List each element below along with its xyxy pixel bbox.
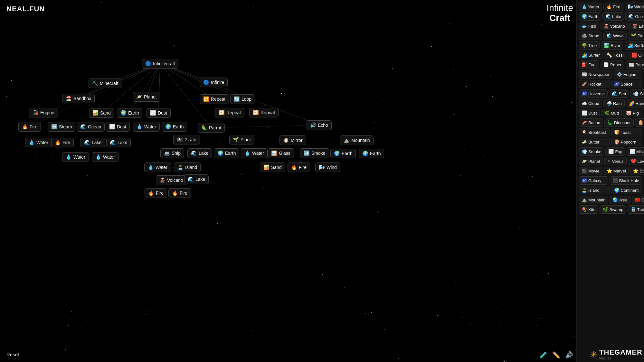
sidebar-item-love[interactable]: ❤️Love — [628, 157, 644, 165]
node-earth2[interactable]: 🌍Earth — [162, 122, 187, 132]
sidebar-item-surfboard[interactable]: 🏄Surfboard — [625, 41, 644, 50]
sidebar-item-black-hole[interactable]: ⬛Black Hole — [610, 176, 642, 185]
sidebar-item-newspaper[interactable]: 📰Newspaper — [579, 70, 612, 79]
sidebar-item-fire[interactable]: 🔥Fire — [603, 3, 623, 11]
node-water4[interactable]: 💧Water — [62, 152, 89, 162]
sidebar-item-universe[interactable]: 🌌Universe — [579, 89, 608, 98]
sidebar-item-island[interactable]: 🏝️Island — [579, 186, 610, 194]
sidebar-item-mud[interactable]: 🌿Mud — [601, 109, 622, 117]
edit-icon[interactable]: ✏️ — [552, 351, 560, 359]
sidebar-item-fish[interactable]: 🐟Fish — [579, 22, 599, 30]
sidebar-item-china[interactable]: 🇨🇳China — [632, 196, 644, 204]
node-parrot[interactable]: 🦜Parrot — [198, 123, 225, 133]
sidebar-item-galaxy[interactable]: 🌌Galaxy — [579, 176, 608, 185]
node-plant[interactable]: 🌱Plant — [229, 135, 254, 144]
sidebar-item-star[interactable]: ⭐Star — [630, 167, 644, 175]
node-planet[interactable]: 🪐Planet — [133, 92, 160, 102]
sidebar-item-butter[interactable]: 🧈Butter — [579, 138, 610, 146]
node-mirror[interactable]: 🪞Mirror — [279, 135, 306, 145]
node-dust2[interactable]: 🌫️Dust — [106, 122, 130, 132]
sidebar-item-engine[interactable]: ⚙️Engine — [614, 70, 642, 79]
sidebar-item-stone[interactable]: 🪨Stone — [579, 32, 602, 40]
node-earth3[interactable]: 🌍Earth — [214, 148, 239, 158]
node-echo[interactable]: 🔊Echo — [307, 120, 332, 130]
sidebar-item-kite[interactable]: 🪁Kite — [579, 205, 598, 214]
sidebar-item-paperboy[interactable]: 📰Paperboy — [626, 60, 644, 69]
node-repeat3[interactable]: 🔁Repeat — [249, 108, 279, 117]
node-wind[interactable]: 🌬️Wind — [315, 162, 340, 172]
sidebar-item-cloud[interactable]: ☁️Cloud — [579, 99, 602, 107]
node-fire2[interactable]: 🔥Fire — [51, 138, 74, 147]
node-earth1[interactable]: 🌍Earth — [117, 108, 142, 118]
sidebar-item-plant[interactable]: 🌱Plant — [628, 32, 644, 40]
save-icon[interactable]: 🧪 — [539, 351, 547, 359]
sidebar-item-mist[interactable]: 🌫️Mist — [627, 147, 644, 156]
node-volcano[interactable]: 🌋Volcano — [156, 175, 187, 185]
sidebar-item-toast[interactable]: 🍞Toast — [611, 128, 642, 136]
node-earth5[interactable]: 🌍Earth — [359, 149, 384, 158]
sidebar-item-venus[interactable]: ♀️Venus — [604, 157, 627, 165]
sidebar-item-river[interactable]: 🏞️River — [601, 41, 623, 50]
sidebar-item-planet[interactable]: 🪐Planet — [579, 157, 603, 165]
sidebar-item-surfer[interactable]: 🏄Surfer — [579, 51, 602, 59]
reset-button[interactable]: Reset — [6, 352, 19, 357]
node-infinite[interactable]: 🔵Infinite — [200, 78, 228, 87]
node-sandbox[interactable]: 🏖️Sandbox — [62, 94, 95, 103]
node-water6[interactable]: 💧Water — [144, 162, 171, 172]
node-mountain[interactable]: ⛰️Mountain — [340, 135, 374, 145]
sidebar-item-pig[interactable]: 🐷Pig — [623, 109, 642, 117]
sidebar-item-steam[interactable]: 💨Steam — [630, 89, 644, 98]
node-lake4[interactable]: 🌊Lake — [184, 174, 209, 184]
sidebar-item-volcano[interactable]: 🌋Volcano — [601, 22, 628, 30]
node-repeat1[interactable]: 🔁Repeat — [200, 94, 229, 104]
node-lake2[interactable]: 🌊Lake — [106, 138, 131, 147]
sidebar-item-smoke[interactable]: 💨Smoke — [579, 147, 604, 156]
sidebar-item-swamp[interactable]: 🌿Swamp — [600, 205, 626, 214]
node-fire1[interactable]: 🔥Fire — [18, 122, 41, 132]
sidebar-item-breakfast[interactable]: 🍳Breakfast — [579, 128, 610, 136]
sidebar-item-marvel[interactable]: ⭐Marvel — [604, 167, 629, 175]
sidebar-item-mountain[interactable]: ⛰️Mountain — [579, 196, 608, 204]
node-pirate[interactable]: 🏴‍☠️Pirate — [173, 135, 200, 144]
node-loop[interactable]: 🔄Loop — [230, 94, 255, 104]
node-water1[interactable]: 💧Water — [133, 122, 160, 132]
node-water5[interactable]: 💧Water — [92, 152, 118, 162]
node-dust1[interactable]: 🌫️Dust — [147, 108, 171, 118]
node-earth4[interactable]: 🌍Earth — [330, 149, 356, 158]
node-fire3[interactable]: 🔥Fire — [288, 162, 310, 172]
node-fire5[interactable]: 🔥Fire — [168, 188, 191, 198]
sidebar-item-fossil[interactable]: 🦴Fossil — [604, 51, 627, 59]
sidebar-item-ocean[interactable]: 🌊Ocean — [625, 12, 644, 21]
node-water3[interactable]: 💧Water — [241, 148, 268, 158]
sidebar-item-train[interactable]: 🚆Train — [628, 205, 644, 214]
node-fire4[interactable]: 🔥Fire — [145, 188, 167, 198]
node-lake3[interactable]: 🌊Lake — [187, 148, 212, 158]
sidebar-item-water[interactable]: 💧Water — [579, 3, 602, 11]
sidebar-item-space[interactable]: 🌌Space — [611, 80, 642, 88]
sidebar-item-dinosaur[interactable]: 🦕Dinosaur — [604, 118, 634, 127]
sidebar-item-asia[interactable]: 🌏Asia — [610, 196, 630, 204]
sidebar-item-rain[interactable]: 🌧️Rain — [603, 99, 625, 107]
sidebar-item-egg[interactable]: 🥚Egg — [635, 118, 644, 127]
sidebar-item-movie[interactable]: 🎬Movie — [579, 167, 602, 175]
sidebar-item-lake[interactable]: 🌊Lake — [602, 12, 624, 21]
node-minecraft[interactable]: ⛏️Minecraft — [89, 79, 122, 88]
node-island[interactable]: 🏝️Island — [174, 162, 201, 172]
node-steam1[interactable]: ➡️Steam — [48, 122, 75, 132]
sidebar-item-lava[interactable]: 🌋Lava — [629, 22, 644, 30]
node-water2[interactable]: 💧Water — [25, 138, 52, 147]
sidebar-item-fog[interactable]: 🌫️Fog — [605, 147, 625, 156]
node-glass[interactable]: 🪟Glass — [268, 148, 294, 158]
node-infinitecraft[interactable]: 🔵Infinitecraft — [142, 59, 178, 69]
node-ship[interactable]: 🚢Ship — [160, 148, 184, 158]
sidebar-item-fuel[interactable]: ⛽Fuel — [579, 60, 599, 69]
sidebar-item-dust[interactable]: 🌫️Dust — [579, 109, 600, 117]
sidebar-item-rocket[interactable]: 🚀Rocket — [579, 80, 610, 88]
sidebar-item-oil[interactable]: 🟥Oil — [629, 51, 644, 59]
node-sand1[interactable]: 🏜️Sand — [89, 108, 114, 118]
node-sand2[interactable]: 🏜️Sand — [260, 162, 285, 172]
node-engine1[interactable]: 🚂Engine — [29, 108, 58, 117]
sidebar-item-wave[interactable]: 🌊Wave — [603, 32, 627, 40]
sound-icon[interactable]: 🔊 — [565, 351, 573, 359]
sidebar-item-bacon[interactable]: 🥓Bacon — [579, 118, 603, 127]
